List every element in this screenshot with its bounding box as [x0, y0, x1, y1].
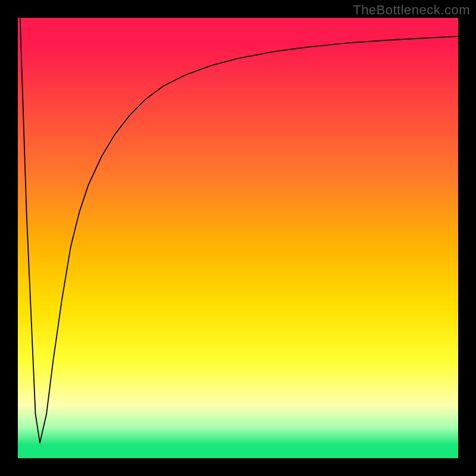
chart-frame: TheBottleneck.com	[0, 0, 476, 476]
plot-area	[18, 18, 458, 458]
watermark-text: TheBottleneck.com	[353, 2, 470, 18]
main-curve	[20, 18, 458, 443]
curve-layer	[18, 18, 458, 458]
highlight-segment	[102, 99, 146, 156]
